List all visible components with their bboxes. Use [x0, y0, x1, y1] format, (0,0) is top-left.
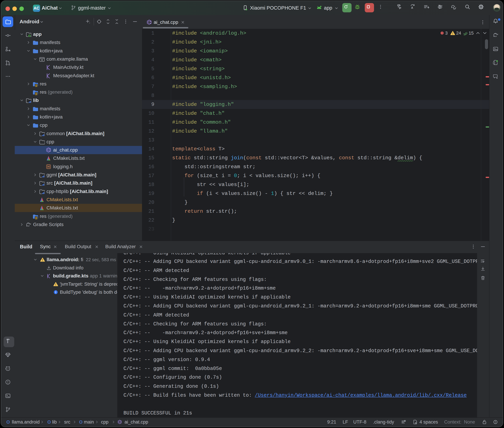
svg-text:A: A [411, 6, 413, 9]
